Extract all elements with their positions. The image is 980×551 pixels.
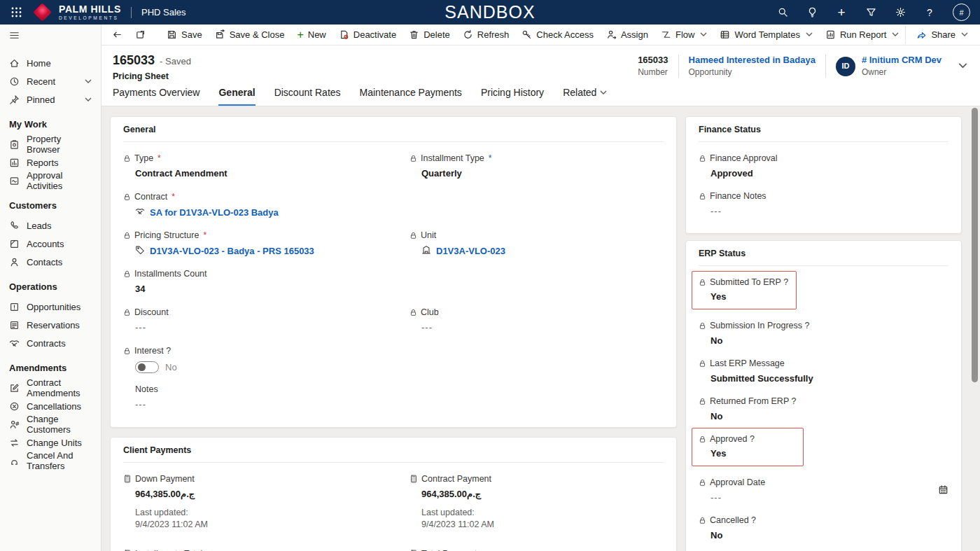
sidebar-item-cancel-and-transfers[interactable]: Cancel And Transfers [0,452,101,470]
field-submission-in-progress-value[interactable]: No [710,335,948,346]
field-installments-count-value[interactable]: 34 [135,284,377,294]
person-swap-icon [9,419,20,430]
chevron-down-icon [961,29,968,40]
open-in-new-window-button[interactable] [129,26,152,44]
sidebar-item-home[interactable]: Home [0,54,101,72]
field-pricing-structure-value-link[interactable]: D1V3A-VLO-023 - Badya - PRS 165033 [135,245,377,257]
refresh-button[interactable]: Refresh [456,26,516,44]
header-expand-chevron-icon[interactable] [958,60,967,73]
field-returned-from-erp-value[interactable]: No [710,411,948,421]
reservation-icon [9,320,20,330]
check-access-button[interactable]: Check Access [515,26,600,44]
required-marker: * [203,230,206,240]
field-cancelled-value[interactable]: No [710,530,948,540]
brand-name: PALM HILLS [59,4,121,14]
chevron-down-icon[interactable] [85,76,92,87]
field-type: Type* Contract Amendment [123,153,377,192]
field-discount: Discount --- [123,307,377,346]
save-button[interactable]: Save [160,26,209,44]
tab-pricing-history[interactable]: Pricing History [481,87,544,106]
tab-related[interactable]: Related [563,87,607,106]
review-highlight-box: Approved ? Yes [692,428,804,466]
filter-icon[interactable] [864,7,877,18]
sidebar-item-contracts[interactable]: Contracts [0,334,101,352]
topbar-divider [131,7,132,18]
field-approved-value[interactable]: Yes [710,448,797,459]
lightbulb-icon[interactable] [806,7,818,18]
tab-discount-rates[interactable]: Discount Rates [274,87,341,106]
sidebar-item-recent[interactable]: Recent [0,72,101,90]
field-finance-approval-value[interactable]: Approved [710,168,948,179]
search-icon[interactable] [776,7,789,18]
help-icon[interactable]: ? [923,7,936,18]
back-button[interactable] [106,26,129,44]
quick-create-plus-icon[interactable]: + [835,5,848,20]
calculator-icon [123,475,132,483]
field-club-value[interactable]: --- [421,322,664,333]
field-installment-type-value[interactable]: Quarterly [421,168,664,179]
interest-toggle[interactable] [135,361,159,373]
share-button[interactable]: Share [910,26,974,44]
calendar-icon[interactable] [938,484,948,498]
sidebar-item-approval-activities[interactable]: Approval Activities [0,172,101,190]
field-type-value[interactable]: Contract Amendment [135,168,377,179]
header-opportunity-link[interactable]: Hameed Interested in Badaya [689,55,816,66]
field-last-erp-message: Last ERP Message Submitted Successfully [699,358,948,385]
field-interest: Interest ? No [123,346,377,384]
field-contract-value-link[interactable]: SA for D1V3A-VLO-023 Badya [135,207,377,218]
save-and-close-button[interactable]: Save & Close [209,26,291,44]
sidebar-item-change-units[interactable]: Change Units [0,433,101,452]
save-icon [167,29,177,40]
sidebar-item-contract-amendments[interactable]: Contract Amendments [0,379,101,397]
assign-button[interactable]: Assign [600,26,654,44]
sidebar-item-property-browser[interactable]: Property Browser [0,135,101,153]
sidebar-item-reservations[interactable]: Reservations [0,316,101,334]
sidebar-item-opportunities[interactable]: Opportunities [0,298,101,316]
sidebar-item-contacts[interactable]: Contacts [0,253,101,271]
field-unit-value-link[interactable]: D1V3A-VLO-023 [421,245,664,257]
tab-general[interactable]: General [218,87,255,106]
sidebar-collapse-icon[interactable] [0,25,101,48]
chevron-down-icon[interactable] [85,95,92,105]
field-returned-from-erp: Returned From ERP ? No [699,396,948,423]
phone-icon [9,221,20,231]
finance-status-section: Finance Status Finance Approval Approved… [685,116,962,234]
sidebar-item-accounts[interactable]: Accounts [0,235,101,253]
settings-gear-icon[interactable] [894,7,906,18]
sidebar-item-pinned[interactable]: Pinned [0,90,101,109]
field-contract-payment-value[interactable]: 964,385.00ج.م [421,489,664,499]
field-contract: Contract* SA for D1V3A-VLO-023 Badya [123,192,377,230]
field-finance-approval: Finance Approval Approved [699,153,948,180]
field-finance-notes-value[interactable]: --- [710,206,948,216]
field-down-payment-value[interactable]: 964,385.00ج.م [135,489,377,499]
vertical-scrollbar[interactable] [972,108,978,382]
new-button[interactable]: + New [290,26,332,44]
word-templates-button[interactable]: Word Templates [713,26,818,44]
header-owner-link[interactable]: # Initium CRM Dev [862,55,941,66]
current-app-name[interactable]: PHD Sales [141,7,186,18]
field-approved: Approved ? Yes [699,428,948,466]
flow-button[interactable]: Flow [654,26,713,44]
sidebar-item-change-customers[interactable]: Change Customers [0,415,101,433]
field-submitted-to-erp-value[interactable]: Yes [710,291,790,302]
user-avatar[interactable]: # [953,4,970,21]
field-notes-value[interactable]: --- [135,399,377,410]
field-approval-date-value[interactable]: --- [710,492,765,503]
run-report-icon [825,29,836,40]
chevron-down-icon [700,29,707,40]
field-submission-in-progress: Submission In Progress ? No [699,321,948,347]
field-last-erp-message-value[interactable]: Submitted Successfully [710,373,948,384]
home-icon [9,58,20,69]
brand-block[interactable]: PALM HILLS DEVELOPMENTS [59,4,121,21]
sidebar-item-reports[interactable]: Reports [0,153,101,172]
field-discount-value[interactable]: --- [135,322,377,333]
deactivate-button[interactable]: Deactivate [332,26,402,44]
app-launcher-icon[interactable] [6,7,27,18]
tab-payments-overview[interactable]: Payments Overview [113,87,200,106]
run-report-button[interactable]: Run Report [819,26,905,44]
sidebar-item-cancellations[interactable]: Cancellations [0,397,101,415]
deactivate-icon [339,29,349,40]
delete-button[interactable]: Delete [402,26,456,44]
sidebar-item-leads[interactable]: Leads [0,216,101,235]
tab-maintenance-payments[interactable]: Maintenance Payments [360,87,462,106]
